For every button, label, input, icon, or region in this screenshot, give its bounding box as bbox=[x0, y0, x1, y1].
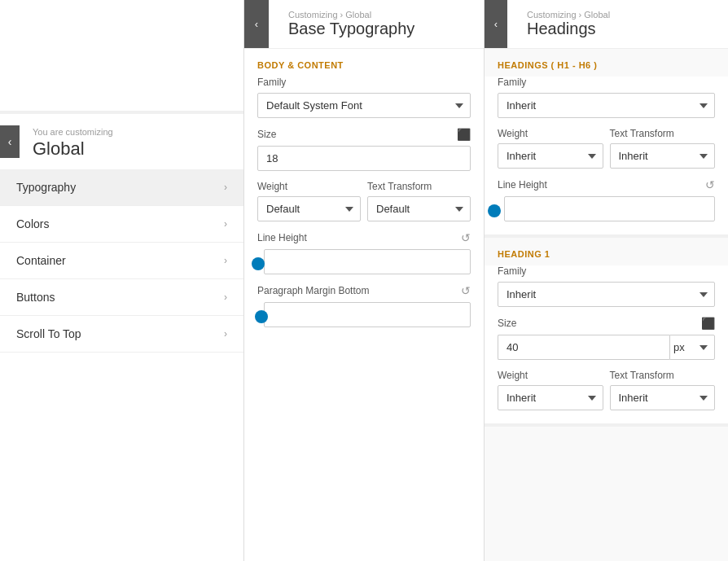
headings-panel: ‹ Customizing › Global Headings HEADINGS… bbox=[485, 0, 728, 561]
panel3-title: Headings bbox=[527, 20, 715, 38]
paragraph-margin-value-input[interactable] bbox=[264, 302, 471, 327]
headings-line-height-label: Line Height bbox=[498, 179, 547, 191]
heading1-section-label: HEADING 1 bbox=[485, 238, 728, 265]
headings-line-height-value-input[interactable] bbox=[504, 196, 715, 221]
body-text-transform-field: Text Transform Default bbox=[367, 181, 471, 221]
h1-weight-field: Weight Inherit bbox=[498, 370, 603, 410]
sidebar-item-container[interactable]: Container › bbox=[0, 243, 243, 279]
device-icon[interactable]: ⬛ bbox=[457, 128, 471, 141]
panel3-body: HEADINGS ( H1 - H6 ) Family Inherit Weig… bbox=[485, 49, 728, 427]
panel3-back-button[interactable]: ‹ bbox=[485, 0, 507, 48]
headings-text-transform-label: Text Transform bbox=[610, 128, 674, 139]
sidebar-item-buttons[interactable]: Buttons › bbox=[0, 279, 243, 316]
heading1-section: HEADING 1 Family Inherit Size ⬛ 40 bbox=[485, 238, 728, 427]
headings-weight-transform-row: Weight Inherit Text Transform Inherit bbox=[485, 128, 728, 178]
base-typography-panel: ‹ Customizing › Global Base Typography B… bbox=[244, 0, 485, 561]
h1-unit-select[interactable]: px em rem bbox=[669, 335, 715, 360]
body-content-section-label: BODY & CONTENT bbox=[244, 49, 484, 77]
body-size-input[interactable]: 18 bbox=[257, 146, 471, 171]
body-weight-select[interactable]: Default bbox=[257, 196, 361, 221]
panel2-header: ‹ Customizing › Global Base Typography bbox=[244, 0, 484, 49]
h1-text-transform-field: Text Transform Inherit bbox=[610, 370, 716, 410]
weight-label: Weight bbox=[257, 181, 287, 192]
nav-item-label: Scroll To Top bbox=[16, 327, 81, 340]
body-weight-transform-row: Weight Default Text Transform Default bbox=[244, 181, 484, 231]
body-size-field: Size ⬛ 18 bbox=[244, 128, 484, 181]
panel1-back-button[interactable]: ‹ bbox=[0, 125, 20, 158]
nav-item-label: Colors bbox=[16, 217, 49, 230]
headings-text-transform-field: Text Transform Inherit bbox=[610, 128, 716, 169]
chevron-right-icon: › bbox=[224, 182, 227, 193]
panel2-breadcrumb: Customizing › Global bbox=[288, 10, 471, 20]
global-sidebar: ‹ You are customizing Global Typography … bbox=[0, 0, 244, 561]
panel3-header: ‹ Customizing › Global Headings bbox=[485, 0, 728, 49]
body-family-select[interactable]: Default System Font bbox=[257, 93, 471, 118]
chevron-right-icon: › bbox=[224, 218, 227, 230]
headings-family-select[interactable]: Inherit bbox=[498, 93, 715, 118]
customizing-label: You are customizing bbox=[33, 127, 227, 137]
body-family-field: Family Default System Font bbox=[244, 77, 484, 128]
text-transform-label: Text Transform bbox=[367, 181, 432, 192]
customizing-header: ‹ You are customizing Global bbox=[0, 114, 243, 169]
nav-item-label: Buttons bbox=[16, 291, 55, 304]
headings-section-label: HEADINGS ( H1 - H6 ) bbox=[485, 49, 728, 77]
body-weight-field: Weight Default bbox=[257, 181, 361, 221]
headings-text-transform-select[interactable]: Inherit bbox=[610, 143, 716, 169]
sidebar-item-colors[interactable]: Colors › bbox=[0, 206, 243, 243]
h1-text-transform-label: Text Transform bbox=[610, 370, 674, 381]
h1-size-input[interactable]: 40 bbox=[498, 335, 669, 360]
reset-paragraph-margin-icon[interactable]: ↺ bbox=[461, 284, 471, 297]
paragraph-margin-label: Paragraph Margin Bottom bbox=[257, 285, 369, 296]
panel1-top-area bbox=[0, 0, 243, 114]
h1-size-label: Size bbox=[498, 318, 516, 329]
headings-family-field: Family Inherit bbox=[485, 77, 728, 128]
h1-family-select[interactable]: Inherit bbox=[498, 282, 715, 307]
sidebar-item-typography[interactable]: Typography › bbox=[0, 169, 243, 206]
line-height-value-input[interactable] bbox=[264, 249, 471, 274]
h1-weight-transform-row: Weight Inherit Text Transform Inherit bbox=[485, 370, 728, 420]
headings-family-label: Family bbox=[498, 77, 526, 88]
chevron-right-icon: › bbox=[224, 291, 227, 303]
panel2-back-button[interactable]: ‹ bbox=[244, 0, 269, 48]
headings-weight-field: Weight Inherit bbox=[498, 128, 603, 169]
chevron-right-icon: › bbox=[224, 255, 227, 266]
family-label: Family bbox=[257, 77, 286, 88]
nav-item-label: Typography bbox=[16, 181, 76, 194]
line-height-label: Line Height bbox=[257, 232, 307, 243]
reset-headings-line-height-icon[interactable]: ↺ bbox=[705, 178, 715, 191]
reset-line-height-icon[interactable]: ↺ bbox=[461, 231, 471, 244]
h1-device-icon[interactable]: ⬛ bbox=[701, 317, 715, 330]
nav-list: Typography › Colors › Container › Button… bbox=[0, 169, 243, 353]
h1-weight-select[interactable]: Inherit bbox=[498, 385, 603, 410]
panel2-title: Base Typography bbox=[288, 20, 471, 38]
body-line-height-field: Line Height ↺ bbox=[244, 231, 484, 284]
h1-text-transform-select[interactable]: Inherit bbox=[610, 385, 716, 410]
h1-weight-label: Weight bbox=[498, 370, 528, 381]
paragraph-margin-field: Paragraph Margin Bottom ↺ bbox=[244, 284, 484, 337]
h1-family-field: Family Inherit bbox=[485, 265, 728, 317]
sidebar-item-scroll-to-top[interactable]: Scroll To Top › bbox=[0, 316, 243, 353]
h1-size-field: Size ⬛ 40 px em rem bbox=[485, 317, 728, 370]
customizing-title: Global bbox=[33, 138, 227, 160]
headings-weight-select[interactable]: Inherit bbox=[498, 143, 603, 169]
nav-item-label: Container bbox=[16, 254, 66, 267]
headings-weight-label: Weight bbox=[498, 128, 528, 139]
body-text-transform-select[interactable]: Default bbox=[367, 196, 471, 221]
chevron-right-icon: › bbox=[224, 328, 227, 340]
headings-h1-h6-section: HEADINGS ( H1 - H6 ) Family Inherit Weig… bbox=[485, 49, 728, 238]
h1-family-label: Family bbox=[498, 265, 526, 277]
headings-line-height-field: Line Height ↺ bbox=[485, 178, 728, 231]
size-label: Size bbox=[257, 129, 276, 140]
panel3-breadcrumb: Customizing › Global bbox=[527, 10, 715, 20]
